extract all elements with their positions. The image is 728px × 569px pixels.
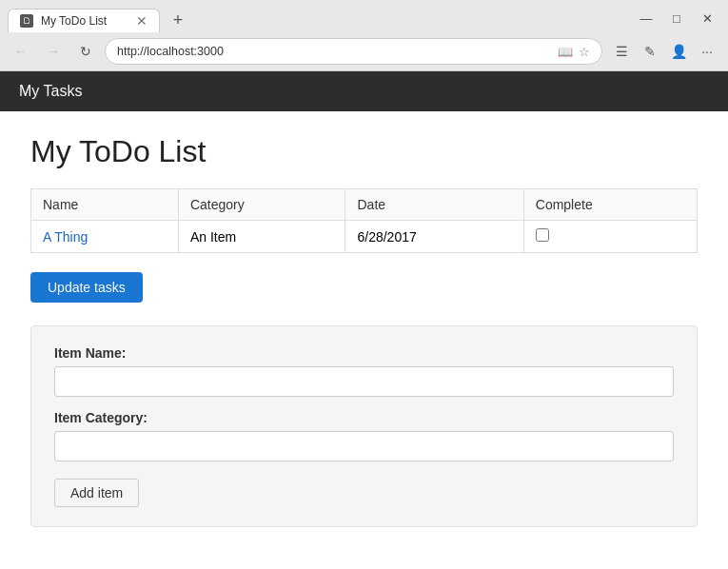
maximize-button[interactable]: □ [663, 8, 690, 29]
item-name-input[interactable] [54, 366, 674, 397]
col-category: Category [178, 189, 345, 221]
window-controls: — □ ✕ [633, 8, 720, 32]
item-name-link[interactable]: A Thing [43, 229, 88, 245]
item-name-label: Item Name: [54, 345, 674, 361]
todo-table: Name Category Date Complete A Thing An I… [30, 188, 698, 253]
add-item-form: Item Name: Item Category: Add item [30, 325, 698, 527]
app-content: My ToDo List Name Category Date Complete… [0, 111, 728, 569]
more-menu-icon[interactable]: ··· [694, 38, 720, 65]
tab-close-icon[interactable]: ✕ [136, 14, 148, 28]
tab-title: My ToDo List [41, 14, 128, 28]
bookmark-icon[interactable]: ☆ [579, 45, 590, 59]
col-complete: Complete [523, 189, 697, 221]
table-header: Name Category Date Complete [31, 189, 698, 221]
toolbar-icons: ☰ ✎ 👤 ··· [608, 38, 720, 65]
add-item-button[interactable]: Add item [54, 479, 139, 507]
row-category-cell: An Item [178, 221, 345, 253]
profile-icon[interactable]: 👤 [665, 38, 692, 65]
edit-icon[interactable]: ✎ [637, 38, 663, 65]
row-name-cell[interactable]: A Thing [31, 221, 179, 253]
row-complete-cell [523, 221, 697, 253]
favorites-icon[interactable]: ☰ [608, 38, 635, 65]
table-row: A Thing An Item 6/28/2017 [31, 221, 698, 253]
address-bar[interactable]: http://localhost:3000 📖 ☆ [105, 38, 602, 65]
page-title: My ToDo List [30, 134, 698, 169]
address-bar-icons: 📖 ☆ [558, 45, 590, 59]
app-nav: My Tasks [0, 71, 728, 111]
tab-bar: 🗋 My ToDo List ✕ + — □ ✕ [0, 0, 728, 34]
col-name: Name [31, 189, 179, 221]
item-category-input[interactable] [54, 431, 674, 461]
close-button[interactable]: ✕ [694, 8, 720, 29]
back-button[interactable]: ← [8, 38, 34, 65]
address-bar-row: ← → ↻ http://localhost:3000 📖 ☆ ☰ ✎ 👤 ··… [0, 34, 728, 70]
reader-view-icon[interactable]: 📖 [558, 45, 573, 59]
new-tab-button[interactable]: + [164, 6, 192, 34]
update-tasks-button[interactable]: Update tasks [30, 272, 143, 303]
url-display: http://localhost:3000 [117, 45, 550, 58]
refresh-button[interactable]: ↻ [72, 38, 99, 65]
forward-button[interactable]: → [40, 38, 67, 65]
nav-title: My Tasks [19, 83, 82, 99]
col-date: Date [345, 189, 523, 221]
row-date-cell: 6/28/2017 [345, 221, 523, 253]
tab-favicon-icon: 🗋 [20, 14, 33, 28]
active-tab[interactable]: 🗋 My ToDo List ✕ [8, 9, 160, 32]
item-category-group: Item Category: [54, 410, 674, 461]
minimize-button[interactable]: — [633, 8, 659, 29]
item-name-group: Item Name: [54, 345, 674, 397]
table-body: A Thing An Item 6/28/2017 [31, 221, 698, 253]
item-category-label: Item Category: [54, 410, 674, 425]
browser-chrome: 🗋 My ToDo List ✕ + — □ ✕ ← → ↻ http://lo… [0, 0, 728, 71]
complete-checkbox[interactable] [536, 228, 549, 242]
